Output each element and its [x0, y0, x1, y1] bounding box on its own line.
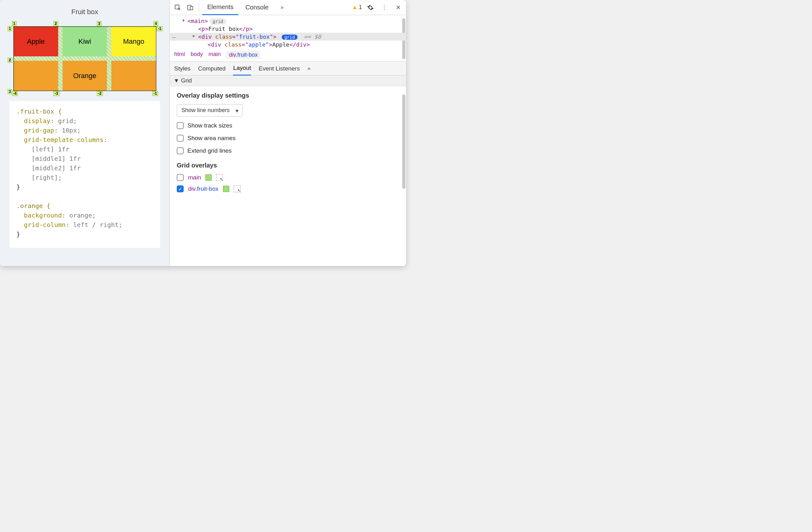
checkbox-icon[interactable]: [177, 147, 184, 154]
warnings-badge[interactable]: ▲ 1: [352, 4, 362, 11]
close-icon[interactable]: ✕: [393, 2, 404, 13]
check-track-sizes[interactable]: Show track sizes: [177, 122, 399, 129]
cell-orange-a: [14, 61, 58, 91]
overlay-settings-section: Overlay display settings Show line numbe…: [170, 86, 406, 160]
crumb-current[interactable]: div.fruit-box: [227, 51, 260, 59]
overlay-settings-heading: Overlay display settings: [177, 92, 399, 99]
tab-elements[interactable]: Elements: [202, 0, 238, 15]
grid-badge-selected[interactable]: grid: [282, 34, 298, 40]
grid-line-bot-neg1: -1: [152, 91, 158, 96]
dom-node-p[interactable]: <p>Fruit box</p>: [170, 25, 406, 33]
color-swatch[interactable]: [205, 174, 212, 181]
page-title: Fruit box: [10, 8, 160, 16]
css-code-block: .fruit-box { display: grid; grid-gap: 10…: [10, 101, 160, 248]
grid-overlays-section: Grid overlays main ✓ div.fruit-box: [170, 160, 406, 198]
cell-kiwi: Kiwi: [62, 26, 107, 56]
cell-orange-row: Orange: [14, 61, 156, 91]
ptab-computed[interactable]: Computed: [198, 62, 226, 75]
overlay-label: div.fruit-box: [188, 185, 219, 192]
overlay-label: main: [188, 174, 201, 181]
caret-down-icon: ▼: [174, 78, 179, 84]
dom-node-fruit-box[interactable]: ▼ <div class="fruit-box"> grid == $0: [170, 33, 406, 41]
cell-orange-c: [111, 61, 156, 91]
dom-node-apple[interactable]: <div class="apple">Apple</div>: [170, 41, 406, 48]
crumb-main[interactable]: main: [208, 51, 221, 59]
grid-overlays-heading: Grid overlays: [177, 162, 399, 169]
selected-node-hint: == $0: [304, 33, 321, 40]
styles-panel-tabs: Styles Computed Layout Event Listeners »: [170, 62, 406, 75]
device-toggle-icon[interactable]: [185, 2, 195, 13]
grid-line-top-3: 3: [97, 21, 102, 26]
crumb-body[interactable]: body: [191, 51, 203, 59]
grid-overlay-wrap: 1 2 3 4 1 -1 2 3 -4 -3 -2 -1 Apple Kiwi …: [10, 22, 160, 95]
cell-mango: Mango: [111, 26, 156, 56]
overlay-item-fruit-box[interactable]: ✓ div.fruit-box: [177, 185, 399, 192]
scrollbar-thumb-lower[interactable]: [402, 95, 405, 189]
grid-badge: grid: [210, 18, 226, 24]
svg-rect-2: [190, 6, 193, 10]
checkbox-icon[interactable]: [177, 122, 184, 129]
grid-line-bot-neg3: -3: [54, 91, 59, 96]
warning-icon: ▲: [352, 4, 358, 11]
cell-apple: Apple: [14, 26, 58, 56]
line-numbers-select[interactable]: Show line numbers: [177, 104, 243, 116]
dom-node-main[interactable]: ▼ <main>grid: [170, 17, 406, 25]
grid-line-bot-neg2: -2: [97, 91, 103, 96]
check-area-names[interactable]: Show area names: [177, 135, 399, 142]
color-swatch[interactable]: [223, 186, 229, 192]
grid-line-left-2: 2: [8, 58, 12, 62]
grid-line-top-4: 4: [154, 21, 158, 26]
ptab-overflow[interactable]: »: [307, 62, 310, 75]
grid-line-right-neg1: -1: [157, 26, 163, 31]
highlight-element-icon[interactable]: [234, 185, 241, 192]
tabs-overflow[interactable]: »: [275, 0, 289, 15]
cell-orange-b: Orange: [62, 61, 107, 91]
fruit-box-grid: Apple Kiwi Mango Orange: [13, 26, 156, 91]
kebab-menu-icon[interactable]: ⋮: [379, 2, 390, 13]
grid-section-header[interactable]: ▼ Grid: [170, 75, 406, 86]
crumb-html[interactable]: html: [174, 51, 185, 59]
settings-icon[interactable]: [365, 2, 376, 13]
warning-count: 1: [359, 4, 362, 11]
ptab-styles[interactable]: Styles: [174, 62, 191, 75]
checkbox-icon[interactable]: ✓: [177, 185, 184, 192]
rendered-page-pane: Fruit box 1 2 3 4 1 -1 2 3 -4 -3 -2 -1 A…: [0, 0, 170, 266]
devtools-pane: Elements Console » ▲ 1 ⋮ ✕ ▼ <main>grid: [170, 0, 406, 266]
overlay-item-main[interactable]: main: [177, 174, 399, 181]
tab-console[interactable]: Console: [240, 0, 273, 15]
ptab-layout[interactable]: Layout: [233, 62, 251, 75]
highlight-element-icon[interactable]: [216, 174, 223, 181]
grid-line-top-2: 2: [54, 21, 58, 26]
dom-tree[interactable]: ▼ <main>grid <p>Fruit box</p> ▼ <div cla…: [170, 15, 406, 48]
checkbox-icon[interactable]: [177, 135, 184, 142]
checkbox-icon[interactable]: [177, 174, 184, 181]
devtools-toolbar: Elements Console » ▲ 1 ⋮ ✕: [170, 0, 406, 15]
dom-breadcrumbs: html body main div.fruit-box: [170, 48, 406, 62]
grid-line-left-1: 1: [8, 26, 12, 31]
grid-line-left-3: 3: [8, 89, 12, 94]
ptab-events[interactable]: Event Listeners: [259, 62, 300, 75]
grid-line-bot-neg4: -4: [12, 91, 18, 96]
check-extend-lines[interactable]: Extend grid lines: [177, 147, 399, 154]
grid-line-top-1: 1: [12, 21, 17, 26]
inspect-icon[interactable]: [172, 2, 183, 13]
